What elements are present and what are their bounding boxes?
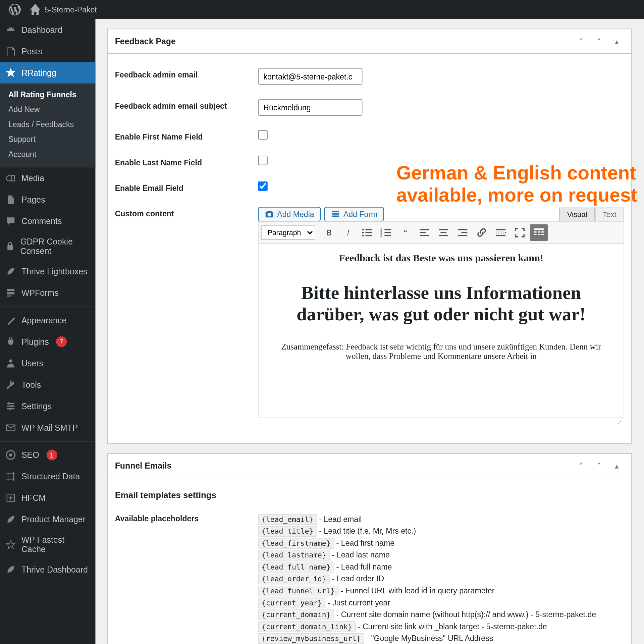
placeholder-desc: - Current site link with _blank target -… [356,622,547,631]
move-down-button[interactable]: ˅ [592,34,606,48]
submenu-item-add-new[interactable]: Add New [0,102,95,117]
sidebar-item-label: Dashboard [21,25,62,35]
svg-rect-27 [420,232,426,233]
feedback-admin-subject-input[interactable] [258,99,363,116]
appearance-icon [5,314,17,326]
move-up-button[interactable]: ˄ [574,459,589,473]
move-up-button[interactable]: ˄ [574,34,589,48]
sidebar-item-dashboard[interactable]: Dashboard [0,19,95,41]
align-right-button[interactable] [454,224,472,241]
section-email-templates: Email templates settings [115,490,624,499]
editor-tab-text[interactable]: Text [595,207,624,221]
svg-rect-26 [420,229,429,230]
submenu-item-leads-feedbacks[interactable]: Leads / Feedbacks [0,117,95,131]
sidebar-item-thrive-dashboard[interactable]: Thrive Dashboard [0,559,95,580]
wp-logo[interactable] [5,0,25,19]
placeholder-desc: - Lead first name [334,538,395,547]
editor-tab-visual[interactable]: Visual [559,207,595,221]
svg-rect-33 [462,232,468,233]
toolbar-toggle-button[interactable] [530,224,548,241]
enable-email-checkbox[interactable] [258,181,268,191]
admin-sidebar: DashboardPostsRRatinggAll Rating Funnels… [0,19,95,644]
resize-handle[interactable]: ⋰ [258,417,625,424]
toggle-button[interactable]: ▴ [610,459,625,473]
add-form-button[interactable]: Add Form [324,207,384,221]
sidebar-item-label: SEO [21,450,39,460]
sidebar-item-users[interactable]: Users [0,353,95,374]
feedback-admin-email-input[interactable] [258,68,363,85]
editor-heading2: Bitte hinterlasse uns Informationen darü… [268,282,614,325]
sidebar-item-structured-data[interactable]: Structured Data [0,466,95,487]
update-badge: 1 [46,449,57,460]
sidebar-item-posts[interactable]: Posts [0,41,95,62]
placeholder-row: {lead_order_id} - Lead order ID [258,574,625,583]
numlist-button[interactable]: 123 [377,224,395,241]
svg-rect-3 [7,296,11,297]
sidebar-item-label: Thrive Lightboxes [21,267,87,276]
label-placeholders: Available placeholders [115,512,246,523]
svg-rect-31 [439,235,448,236]
sidebar-item-hfcm[interactable]: HFCM [0,487,95,508]
label-enable-email: Enable Email Field [115,181,246,193]
label-admin-email: Feedback admin email [115,68,246,79]
sidebar-item-appearance[interactable]: Appearance [0,310,95,331]
enable-firstname-checkbox[interactable] [258,130,268,140]
site-link[interactable]: 5-Sterne-Paket [25,0,101,19]
sidebar-item-media[interactable]: Media [0,168,95,189]
svg-point-16 [362,232,364,233]
posts-icon [5,45,17,57]
toggle-button[interactable]: ▴ [610,34,625,48]
sidebar-item-thrive-lightboxes[interactable]: Thrive Lightboxes [0,261,95,282]
submenu-item-account[interactable]: Account [0,147,95,161]
sidebar-item-rratingg[interactable]: RRatingg [0,62,95,84]
sidebar-item-label: Pages [21,195,45,204]
sidebar-item-wpforms[interactable]: WPForms [0,282,95,304]
sidebar-item-wp-fastest-cache[interactable]: WP Fastest Cache [0,530,95,558]
sidebar-item-tools[interactable]: Tools [0,374,95,395]
align-center-button[interactable] [435,224,452,241]
svg-rect-23 [385,232,391,233]
format-select[interactable]: Paragraph [261,225,316,240]
sidebar-item-label: RRatingg [21,68,56,77]
submenu-item-support[interactable]: Support [0,132,95,147]
sidebar-item-plugins[interactable]: Plugins7 [0,331,95,353]
placeholder-row: {lead_funnel_url} - Funnel URL with lead… [258,586,625,595]
bulletlist-button[interactable] [358,224,376,241]
svg-rect-44 [541,234,544,235]
sidebar-item-gdpr-cookie-consent[interactable]: GDPR Cookie Consent [0,232,95,261]
placeholder-desc: - Current site domain name (without http… [334,610,596,619]
sidebar-item-comments[interactable]: Comments [0,211,95,232]
sidebar-item-settings[interactable]: Settings [0,395,95,417]
move-down-button[interactable]: ˅ [592,459,606,473]
add-media-button[interactable]: Add Media [258,207,321,221]
placeholder-code: {current_year} [258,597,326,608]
placeholder-row: {review_mybusiness_url} - "Google MyBusi… [258,634,625,643]
placeholder-row: {current_year} - Just current year [258,598,625,607]
sidebar-item-seo[interactable]: SEO1 [0,444,95,466]
sidebar-item-pages[interactable]: Pages [0,189,95,211]
placeholder-desc: - Lead order ID [330,574,384,583]
sidebar-item-product-manager[interactable]: Product Manager [0,508,95,530]
site-name: 5-Sterne-Paket [45,5,97,14]
main-content: German & English content available, more… [95,19,644,644]
svg-point-10 [9,408,11,410]
editor-body[interactable]: Feedback ist das Beste was uns passieren… [259,244,624,417]
italic-button[interactable]: I [339,224,357,241]
enable-lastname-checkbox[interactable] [258,156,268,165]
bold-button[interactable]: B [320,224,338,241]
placeholder-code: {lead_order_id} [258,574,330,584]
more-button[interactable] [492,224,510,241]
fullscreen-button[interactable] [511,224,529,241]
media-icon [5,172,17,184]
leaf-icon [5,564,17,576]
quote-button[interactable]: “ [396,224,414,241]
placeholder-code: {lead_full_name} [258,562,334,573]
link-button[interactable] [473,224,491,241]
submenu-item-all-rating-funnels[interactable]: All Rating Funnels [0,87,95,102]
svg-rect-17 [366,232,372,233]
sidebar-item-label: Appearance [21,315,66,325]
placeholder-desc: - Funnel URL with lead id in query param… [338,586,494,595]
align-left-button[interactable] [416,224,433,241]
sidebar-item-wp-mail-smtp[interactable]: WP Mail SMTP [0,417,95,438]
placeholder-code: {current_domain_link} [258,621,356,632]
